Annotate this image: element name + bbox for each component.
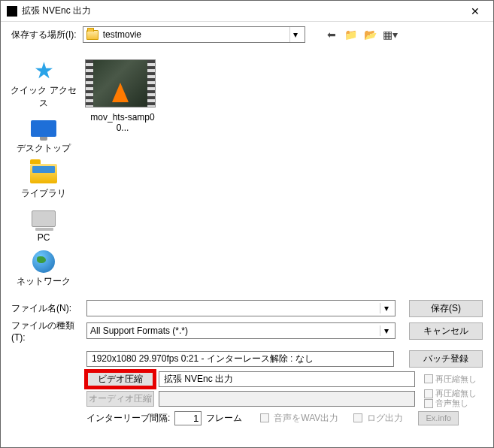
log-out-checkbox[interactable] bbox=[353, 413, 362, 422]
exinfo-button[interactable]: Ex.info bbox=[418, 411, 459, 425]
audio-compress-button: オーディオ圧縮 bbox=[86, 391, 154, 407]
file-item[interactable]: mov_hts-samp00... bbox=[85, 59, 160, 133]
file-name-label: mov_hts-samp00... bbox=[85, 112, 160, 133]
network-icon bbox=[32, 250, 55, 273]
back-icon[interactable]: ⬅ bbox=[325, 28, 338, 41]
filename-input[interactable]: ▾ bbox=[86, 300, 396, 316]
no-recompress-checkbox[interactable] bbox=[424, 374, 433, 383]
media-info-box: 1920x1080 29.970fps 0:21 - インターレース解除 : な… bbox=[86, 351, 394, 367]
audio-options: 再圧縮無し 音声無し bbox=[424, 389, 483, 408]
desktop-icon bbox=[31, 120, 56, 137]
main-area: ★ クイック アクセス デスクトップ ライブラリ PC ネットワーク mov_h… bbox=[1, 47, 493, 297]
interleave-label: インターリーブ間隔: bbox=[86, 412, 170, 425]
video-options: 再圧縮無し bbox=[424, 374, 483, 384]
filetype-value: All Support Formats (*.*) bbox=[90, 325, 188, 336]
library-icon bbox=[30, 164, 57, 183]
sidebar-item-libraries[interactable]: ライブラリ bbox=[10, 162, 77, 200]
sidebar-item-label: クイック アクセス bbox=[10, 84, 77, 110]
filename-label: ファイル名(N): bbox=[11, 302, 80, 315]
sidebar-item-label: ネットワーク bbox=[17, 275, 71, 288]
vlc-cone-icon bbox=[112, 83, 129, 102]
toolbar-icons: ⬅ 📁 📂 ▦▾ bbox=[325, 28, 397, 41]
wav-out-label: 音声をWAV出力 bbox=[274, 412, 338, 425]
sidebar-item-label: ライブラリ bbox=[21, 187, 66, 200]
close-button[interactable]: ✕ bbox=[460, 2, 490, 21]
window-title: 拡張 NVEnc 出力 bbox=[22, 5, 460, 17]
filetype-combo[interactable]: All Support Formats (*.*) ▾ bbox=[86, 322, 396, 339]
chevron-down-icon[interactable]: ▾ bbox=[289, 27, 302, 42]
bottom-panel: ファイル名(N): ▾ 保存(S) ファイルの種類(T): All Suppor… bbox=[1, 297, 493, 434]
filetype-label: ファイルの種類(T): bbox=[11, 319, 80, 343]
sidebar-item-network[interactable]: ネットワーク bbox=[10, 250, 77, 288]
video-codec-field: 拡張 NVEnc 出力 bbox=[159, 371, 415, 387]
folder-icon bbox=[86, 30, 98, 40]
interleave-input[interactable] bbox=[174, 411, 202, 425]
media-info-text: 1920x1080 29.970fps 0:21 - インターレース解除 : な… bbox=[92, 353, 314, 365]
places-sidebar: ★ クイック アクセス デスクトップ ライブラリ PC ネットワーク bbox=[5, 53, 82, 297]
chevron-down-icon[interactable]: ▾ bbox=[380, 325, 392, 336]
no-audio-checkbox[interactable] bbox=[424, 399, 433, 408]
pc-icon bbox=[32, 210, 56, 227]
cancel-button[interactable]: キャンセル bbox=[409, 322, 483, 340]
batch-register-button[interactable]: バッチ登録 bbox=[409, 350, 483, 368]
sidebar-item-pc[interactable]: PC bbox=[10, 207, 77, 243]
view-menu-icon[interactable]: ▦▾ bbox=[383, 28, 397, 41]
sidebar-item-label: PC bbox=[38, 232, 50, 243]
sidebar-item-desktop[interactable]: デスクトップ bbox=[10, 117, 77, 155]
chevron-down-icon[interactable]: ▾ bbox=[380, 303, 392, 313]
location-text: testmovie bbox=[103, 29, 289, 40]
video-thumbnail bbox=[85, 59, 156, 107]
location-combo[interactable]: testmovie ▾ bbox=[83, 26, 305, 43]
file-list[interactable]: mov_hts-samp00... bbox=[82, 53, 483, 297]
app-icon bbox=[7, 6, 17, 17]
video-compress-button[interactable]: ビデオ圧縮 bbox=[86, 371, 154, 387]
new-folder-icon[interactable]: 📂 bbox=[364, 28, 377, 41]
location-toolbar: 保存する場所(I): testmovie ▾ ⬅ 📁 📂 ▦▾ bbox=[1, 22, 493, 47]
audio-codec-field bbox=[159, 391, 415, 407]
star-icon: ★ bbox=[34, 59, 54, 82]
interleave-row: インターリーブ間隔: フレーム 音声をWAV出力 ログ出力 Ex.info bbox=[86, 408, 483, 428]
sidebar-item-quick-access[interactable]: ★ クイック アクセス bbox=[10, 59, 77, 110]
interleave-unit: フレーム bbox=[206, 412, 242, 425]
audio-no-recompress-checkbox[interactable] bbox=[424, 389, 433, 398]
save-location-label: 保存する場所(I): bbox=[11, 29, 77, 41]
wav-out-checkbox[interactable] bbox=[260, 413, 269, 422]
up-folder-icon[interactable]: 📁 bbox=[344, 28, 358, 41]
log-out-label: ログ出力 bbox=[367, 412, 403, 425]
sidebar-item-label: デスクトップ bbox=[17, 142, 71, 155]
save-button[interactable]: 保存(S) bbox=[409, 300, 483, 317]
titlebar: 拡張 NVEnc 出力 ✕ bbox=[1, 1, 493, 22]
